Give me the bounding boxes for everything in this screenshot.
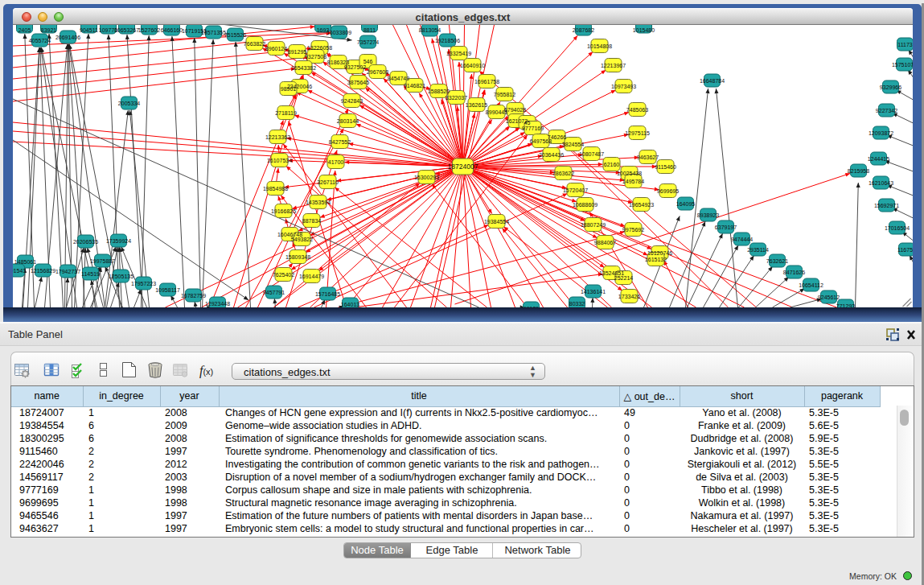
svg-text:83921: 83921 <box>40 27 56 33</box>
svg-text:16648784: 16648784 <box>699 78 724 84</box>
svg-text:16640910: 16640910 <box>459 63 484 68</box>
svg-text:7955812: 7955812 <box>493 92 515 97</box>
svg-text:15300293: 15300293 <box>413 175 438 180</box>
svg-text:17359924: 17359924 <box>105 238 130 244</box>
svg-text:16914479: 16914479 <box>298 274 323 279</box>
svg-text:19218506: 19218506 <box>434 38 459 43</box>
svg-text:10688609: 10688609 <box>572 202 597 208</box>
svg-text:12093872: 12093872 <box>868 130 893 136</box>
svg-text:7485063: 7485063 <box>626 107 647 113</box>
svg-text:12156829: 12156829 <box>30 268 55 274</box>
svg-text:7515526: 7515526 <box>224 32 245 38</box>
svg-text:98901: 98901 <box>280 86 296 92</box>
svg-text:9699695: 9699695 <box>656 188 678 194</box>
svg-text:41700: 41700 <box>327 159 343 165</box>
svg-text:2087682: 2087682 <box>572 27 593 33</box>
svg-text:18724007: 18724007 <box>447 163 478 171</box>
svg-text:7663822: 7663822 <box>243 41 265 47</box>
svg-text:9463627: 9463627 <box>636 154 658 160</box>
svg-text:16033809: 16033809 <box>326 30 351 35</box>
svg-text:14136141: 14136141 <box>580 289 605 295</box>
svg-text:8471626: 8471626 <box>782 270 804 275</box>
svg-text:12213363: 12213363 <box>265 134 290 140</box>
svg-text:9777169: 9777169 <box>521 126 543 131</box>
svg-text:13226058: 13226058 <box>306 45 331 51</box>
svg-text:1015480: 1015480 <box>632 27 654 33</box>
svg-text:891295: 891295 <box>287 49 306 55</box>
svg-text:45: 45 <box>524 120 530 126</box>
svg-text:18807249: 18807249 <box>580 222 605 228</box>
svg-text:19854988: 19854988 <box>262 186 287 192</box>
svg-text:20206535: 20206535 <box>72 239 97 245</box>
svg-text:9329966: 9329966 <box>879 84 901 90</box>
svg-text:546: 546 <box>363 59 372 64</box>
svg-text:19975887: 19975887 <box>89 258 114 264</box>
svg-text:12213967: 12213967 <box>600 63 625 68</box>
svg-text:80332: 80332 <box>569 301 585 307</box>
svg-text:7625402: 7625402 <box>272 272 294 278</box>
svg-text:252214: 252214 <box>614 275 632 281</box>
svg-text:8813054: 8813054 <box>418 27 440 33</box>
svg-text:1733426: 1733426 <box>618 294 639 299</box>
svg-text:12923448: 12923448 <box>204 301 229 307</box>
svg-text:164013: 164013 <box>340 302 359 307</box>
svg-text:6497568: 6497568 <box>529 138 551 144</box>
svg-text:114519: 114519 <box>81 271 100 277</box>
svg-text:14353594: 14353594 <box>305 200 330 205</box>
svg-text:10025438: 10025438 <box>616 171 641 176</box>
svg-text:1495784: 1495784 <box>622 179 643 184</box>
svg-text:9146821: 9146821 <box>403 83 425 89</box>
svg-text:8960124: 8960124 <box>265 46 286 51</box>
svg-text:9327502: 9327502 <box>343 64 365 70</box>
svg-text:10154808: 10154808 <box>586 43 611 49</box>
svg-text:1362615: 1362615 <box>465 102 487 108</box>
svg-text:1615132: 1615132 <box>644 257 666 262</box>
svg-text:12505135: 12505135 <box>108 274 133 279</box>
svg-text:15809348: 15809348 <box>285 254 310 260</box>
svg-text:6466160: 6466160 <box>160 27 182 33</box>
svg-text:17942737: 17942737 <box>55 269 80 274</box>
svg-text:391541: 391541 <box>13 268 26 274</box>
svg-text:9242843: 9242843 <box>340 98 362 104</box>
svg-text:10653267: 10653267 <box>113 27 138 33</box>
svg-text:8215958: 8215958 <box>847 168 869 174</box>
svg-text:16571355: 16571355 <box>200 30 225 35</box>
svg-text:10958117: 10958117 <box>155 287 180 293</box>
svg-text:2803144: 2803144 <box>336 118 358 124</box>
svg-text:2935114: 2935114 <box>747 247 769 253</box>
svg-text:904511: 904511 <box>80 27 98 33</box>
svg-text:17016504: 17016504 <box>884 225 909 231</box>
svg-text:9245612: 9245612 <box>817 295 839 300</box>
svg-text:8938923: 8938923 <box>696 212 718 218</box>
svg-text:887834: 887834 <box>302 218 320 224</box>
svg-text:3824554: 3824554 <box>561 142 583 147</box>
svg-text:7863622: 7863622 <box>552 171 573 176</box>
svg-text:15720407: 15720407 <box>562 187 587 193</box>
svg-text:2405: 2405 <box>18 27 31 33</box>
svg-text:3267110: 3267110 <box>317 179 339 185</box>
svg-text:9975692: 9975692 <box>622 227 643 233</box>
svg-text:15692971: 15692971 <box>873 203 898 208</box>
svg-text:6379197: 6379197 <box>714 225 736 230</box>
svg-text:4055724: 4055724 <box>28 38 50 43</box>
svg-text:13325419: 13325419 <box>446 51 470 56</box>
svg-text:19654923: 19654923 <box>628 202 653 208</box>
svg-text:12975115: 12975115 <box>625 130 650 136</box>
svg-text:11173: 11173 <box>897 42 913 47</box>
svg-text:9884067: 9884067 <box>593 240 615 245</box>
svg-text:20364436: 20364436 <box>538 152 563 158</box>
svg-text:116753: 116753 <box>897 247 913 253</box>
svg-text:8322037: 8322037 <box>445 95 466 101</box>
svg-text:19166825: 19166825 <box>270 208 295 214</box>
svg-text:2005334: 2005334 <box>117 101 139 106</box>
svg-text:7357274: 7357274 <box>356 39 378 45</box>
svg-text:19384554: 19384554 <box>483 219 508 225</box>
svg-text:16120746: 16120746 <box>647 250 671 256</box>
svg-text:10807487: 10807487 <box>578 151 603 157</box>
svg-text:15716485: 15716485 <box>314 291 339 297</box>
svg-text:16543382: 16543382 <box>290 65 315 71</box>
svg-text:16107534: 16107534 <box>266 158 291 163</box>
svg-text:16210643: 16210643 <box>868 180 893 186</box>
svg-text:3875645: 3875645 <box>347 80 368 85</box>
svg-text:5493822: 5493822 <box>290 237 312 242</box>
